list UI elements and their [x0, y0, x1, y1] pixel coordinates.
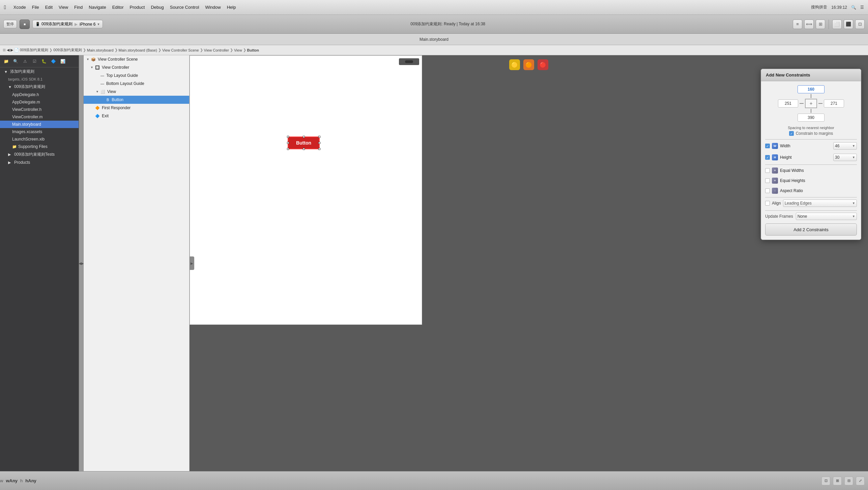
tree-item-view[interactable]: ▼ ⬜ View	[84, 88, 189, 96]
breadcrumb-button[interactable]: Button	[247, 48, 259, 52]
zoom-fit-icon[interactable]: ⊟	[844, 477, 853, 485]
debug-toggle-icon[interactable]: ⬛	[844, 20, 853, 29]
sidebar-item-main-target[interactable]: ▼ 009添加约束规则	[0, 83, 79, 91]
inspector-toggle-icon[interactable]: ⊡	[855, 20, 865, 29]
constrain-margins-checkbox[interactable]: ✓	[789, 131, 794, 136]
selection-handle-bm[interactable]	[303, 148, 305, 150]
scheme-selector[interactable]: 📱 009添加约束规则 ▶ iPhone 6 ▼	[32, 20, 103, 28]
sidebar-item-images[interactable]: Images.xcassets	[0, 128, 79, 135]
menu-help[interactable]: Help	[227, 5, 236, 10]
selection-handle-tl[interactable]	[287, 136, 289, 138]
sidebar-item-project[interactable]: ▼ 添加约束规则	[0, 67, 79, 76]
tree-item-bottom-layout[interactable]: — Bottom Layout Guide	[84, 80, 189, 88]
sidebar-item-appdelegatem[interactable]: AppDelegate.m	[0, 98, 79, 106]
sidebar-item-mainstoryboard[interactable]: Main.storyboard	[0, 121, 79, 128]
aspect-ratio-checkbox[interactable]	[765, 188, 770, 193]
tree-item-vc[interactable]: ▼ 🔲 View Controller	[84, 63, 189, 71]
sidebar-item-viewcontrollerm[interactable]: ViewController.m	[0, 113, 79, 121]
constraint-toggle-icon[interactable]: ⊞	[833, 477, 842, 485]
sidebar-divider[interactable]: ◀▶	[79, 55, 84, 471]
selection-handle-mr[interactable]	[318, 142, 320, 144]
menu-view[interactable]: View	[59, 5, 68, 10]
search-icon[interactable]: 🔍	[851, 5, 856, 10]
sidebar-debug-icon[interactable]: 🐛	[40, 58, 47, 65]
version-editor-icon[interactable]: ⟺	[804, 20, 814, 29]
sidebar-test-icon[interactable]: ☑	[31, 58, 38, 65]
sidebar-folder-icon[interactable]: 📁	[3, 58, 9, 65]
breadcrumb-project[interactable]: 009添加约束规则	[20, 48, 48, 53]
canvas-icon-orange[interactable]: 🟠	[523, 59, 534, 70]
menu-find[interactable]: Find	[74, 5, 83, 10]
menu-file[interactable]: File	[32, 5, 39, 10]
menu-window[interactable]: Window	[205, 5, 221, 10]
stop-button[interactable]: ■	[20, 20, 30, 29]
tree-item-button[interactable]: B Button	[84, 96, 189, 104]
breadcrumb-vc-scene[interactable]: View Controller Scene	[162, 48, 199, 52]
selection-handle-tm[interactable]	[303, 136, 305, 138]
full-screen-icon[interactable]: ⤢	[856, 477, 865, 485]
sidebar-item-targets[interactable]: targets, iOS SDK 8.1	[0, 76, 79, 83]
list-icon[interactable]: ☰	[860, 5, 864, 10]
sidebar-breakpoints-icon[interactable]: 🔷	[50, 58, 57, 65]
menu-navigate[interactable]: Navigate	[89, 5, 106, 10]
selection-handle-bl[interactable]	[287, 148, 289, 150]
equal-heights-checkbox[interactable]	[765, 178, 770, 183]
height-checkbox[interactable]: ✓	[765, 155, 770, 160]
canvas-icon-red[interactable]: 🔴	[538, 59, 548, 70]
assistant-editor-icon[interactable]: ⊞	[816, 20, 825, 29]
selection-handle-tr[interactable]	[318, 136, 320, 138]
spacing-right-input[interactable]	[824, 99, 844, 108]
menu-editor[interactable]: Editor	[112, 5, 124, 10]
ui-button[interactable]: Button	[288, 136, 320, 149]
tree-item-vc-scene[interactable]: ▼ 📦 View Controller Scene	[84, 55, 189, 63]
size-class-w-value[interactable]: wAny	[6, 478, 18, 483]
breadcrumb-storyboard[interactable]: Main.storyboard	[87, 48, 114, 52]
menu-xcode[interactable]: Xcode	[13, 5, 26, 10]
selection-handle-br[interactable]	[318, 148, 320, 150]
menu-debug[interactable]: Debug	[151, 5, 164, 10]
sidebar-item-appdelegateh[interactable]: AppDelegate.h	[0, 91, 79, 98]
nav-back-icon[interactable]: ⊞	[3, 48, 6, 52]
sidebar-item-launchscreen[interactable]: LaunchScreen.xib	[0, 135, 79, 143]
spacing-bottom-input[interactable]	[798, 114, 824, 122]
sidebar-item-viewcontrollerh[interactable]: ViewController.h	[0, 106, 79, 113]
equal-widths-checkbox[interactable]	[765, 168, 770, 173]
align-value-select[interactable]: Leading Edges ▼	[783, 200, 857, 207]
size-class-h-label[interactable]: h	[20, 478, 23, 483]
size-class-w-label[interactable]: w	[0, 478, 3, 483]
width-checkbox[interactable]: ✓	[765, 144, 770, 148]
breadcrumb-prev-icon[interactable]: ◀	[7, 48, 9, 52]
tree-item-first-responder[interactable]: 🔶 First Responder	[84, 104, 189, 112]
update-frames-select[interactable]: None ▼	[796, 213, 857, 220]
sidebar-issues-icon[interactable]: ⚠	[22, 58, 28, 65]
align-checkbox[interactable]	[765, 201, 770, 206]
selection-handle-ml[interactable]	[287, 142, 289, 144]
frame-preview-icon[interactable]: ⊡	[821, 477, 830, 485]
sidebar-search-icon[interactable]: 🔍	[12, 58, 19, 65]
canvas-icon-yellow[interactable]: 🟡	[509, 59, 520, 70]
sidebar-report-icon[interactable]: 📊	[59, 58, 66, 65]
spacing-top-input[interactable]	[798, 85, 824, 93]
apple-logo-icon[interactable]: 	[4, 4, 6, 10]
sidebar-item-supporting[interactable]: 📁 Supporting Files	[0, 143, 79, 150]
width-value-select[interactable]: 46 ▼	[833, 142, 857, 150]
canvas-sidebar-toggle[interactable]: ▶	[190, 256, 194, 270]
breadcrumb-storyboard-base[interactable]: Main.storyboard (Base)	[119, 48, 157, 52]
size-class-h-value[interactable]: hAny	[25, 478, 36, 483]
breadcrumb-view[interactable]: View	[234, 48, 242, 52]
editor-standard-icon[interactable]: ≡	[793, 20, 802, 29]
sidebar-item-tests[interactable]: ▶ 009添加约束规则Tests	[0, 150, 79, 159]
navigator-toggle-icon[interactable]: ⬜	[832, 20, 842, 29]
tree-item-exit[interactable]: 🔷 Exit	[84, 112, 189, 120]
menu-edit[interactable]: Edit	[45, 5, 53, 10]
menu-product[interactable]: Product	[130, 5, 145, 10]
tree-item-top-layout[interactable]: — Top Layout Guide	[84, 71, 189, 80]
pause-button[interactable]: 暂停	[3, 20, 17, 28]
breadcrumb-next-icon[interactable]: ▶	[10, 48, 13, 52]
height-value-select[interactable]: 30 ▼	[833, 154, 857, 161]
add-constraints-button[interactable]: Add 2 Constraints	[765, 223, 857, 236]
menu-source-control[interactable]: Source Control	[170, 5, 199, 10]
sidebar-item-products[interactable]: ▶ Products	[0, 159, 79, 166]
spacing-left-input[interactable]	[778, 99, 798, 108]
breadcrumb-target[interactable]: 009添加约束规则	[53, 48, 82, 53]
